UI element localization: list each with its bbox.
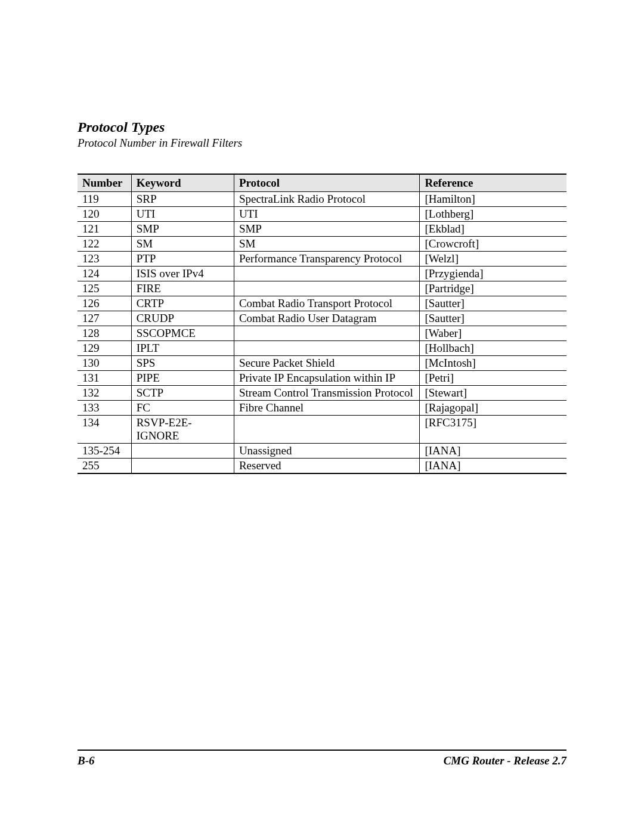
cell-keyword: CRUDP (131, 311, 234, 326)
cell-reference: [McIntosh] (420, 356, 566, 371)
cell-number: 126 (78, 296, 131, 311)
table-row: 133FCFibre Channel[Rajagopal] (78, 401, 566, 416)
cell-keyword (131, 459, 234, 474)
col-header-number: Number (78, 174, 131, 192)
table-row: 126CRTPCombat Radio Transport Protocol[S… (78, 296, 566, 311)
table-row: 123PTPPerformance Transparency Protocol[… (78, 252, 566, 267)
cell-keyword: ISIS over IPv4 (131, 267, 234, 281)
col-header-reference: Reference (420, 174, 566, 192)
cell-protocol: Secure Packet Shield (234, 356, 420, 371)
cell-number: 135-254 (78, 444, 131, 459)
col-header-protocol: Protocol (234, 174, 420, 192)
cell-protocol (234, 341, 420, 356)
table-row: 125FIRE[Partridge] (78, 281, 566, 296)
cell-protocol: Fibre Channel (234, 401, 420, 416)
cell-reference: [Petri] (420, 371, 566, 386)
table-row: 129IPLT[Hollbach] (78, 341, 566, 356)
table-header-row: Number Keyword Protocol Reference (78, 174, 566, 192)
table-row: 134RSVP-E2E-IGNORE[RFC3175] (78, 416, 566, 444)
cell-keyword: PIPE (131, 371, 234, 386)
cell-reference: [Partridge] (420, 281, 566, 296)
cell-reference: [Ekblad] (420, 222, 566, 237)
cell-reference: [IANA] (420, 459, 566, 474)
cell-number: 133 (78, 401, 131, 416)
section-title: Protocol Types (78, 119, 566, 135)
page-number: B-6 (78, 754, 95, 767)
cell-protocol (234, 267, 420, 281)
cell-reference: [Stewart] (420, 386, 566, 401)
cell-protocol: Reserved (234, 459, 420, 474)
cell-protocol: Unassigned (234, 444, 420, 459)
cell-keyword: SPS (131, 356, 234, 371)
cell-number: 131 (78, 371, 131, 386)
cell-number: 121 (78, 222, 131, 237)
cell-reference: [Crowcroft] (420, 237, 566, 252)
cell-keyword (131, 444, 234, 459)
table-row: 135-254Unassigned[IANA] (78, 444, 566, 459)
table-row: 124ISIS over IPv4[Przygienda] (78, 267, 566, 281)
cell-reference: [Rajagopal] (420, 401, 566, 416)
cell-number: 125 (78, 281, 131, 296)
cell-keyword: SSCOPMCE (131, 326, 234, 341)
cell-number: 255 (78, 459, 131, 474)
cell-number: 123 (78, 252, 131, 267)
cell-keyword: SRP (131, 192, 234, 207)
cell-keyword: SCTP (131, 386, 234, 401)
table-row: 120UTIUTI[Lothberg] (78, 207, 566, 222)
cell-reference: [Przygienda] (420, 267, 566, 281)
table-row: 127CRUDPCombat Radio User Datagram[Sautt… (78, 311, 566, 326)
cell-keyword: RSVP-E2E-IGNORE (131, 416, 234, 444)
cell-reference: [Waber] (420, 326, 566, 341)
cell-protocol (234, 326, 420, 341)
protocol-table: Number Keyword Protocol Reference 119SRP… (78, 174, 566, 474)
cell-number: 127 (78, 311, 131, 326)
cell-protocol: SMP (234, 222, 420, 237)
cell-keyword: CRTP (131, 296, 234, 311)
table-row: 255Reserved[IANA] (78, 459, 566, 474)
cell-number: 124 (78, 267, 131, 281)
cell-protocol: SpectraLink Radio Protocol (234, 192, 420, 207)
cell-number: 128 (78, 326, 131, 341)
table-row: 121SMPSMP[Ekblad] (78, 222, 566, 237)
doc-title: CMG Router - Release 2.7 (444, 754, 566, 767)
page-footer: B-6 CMG Router - Release 2.7 (78, 750, 566, 767)
cell-keyword: IPLT (131, 341, 234, 356)
cell-protocol: UTI (234, 207, 420, 222)
cell-keyword: FC (131, 401, 234, 416)
cell-reference: [Hollbach] (420, 341, 566, 356)
cell-reference: [IANA] (420, 444, 566, 459)
cell-number: 132 (78, 386, 131, 401)
cell-protocol (234, 416, 420, 444)
cell-protocol: SM (234, 237, 420, 252)
cell-number: 119 (78, 192, 131, 207)
cell-keyword: FIRE (131, 281, 234, 296)
cell-protocol (234, 281, 420, 296)
cell-reference: [Welzl] (420, 252, 566, 267)
cell-number: 122 (78, 237, 131, 252)
cell-reference: [Lothberg] (420, 207, 566, 222)
cell-protocol: Combat Radio User Datagram (234, 311, 420, 326)
cell-number: 129 (78, 341, 131, 356)
cell-protocol: Combat Radio Transport Protocol (234, 296, 420, 311)
cell-keyword: SM (131, 237, 234, 252)
cell-keyword: PTP (131, 252, 234, 267)
table-row: 122SMSM[Crowcroft] (78, 237, 566, 252)
table-row: 130SPSSecure Packet Shield[McIntosh] (78, 356, 566, 371)
cell-number: 134 (78, 416, 131, 444)
cell-reference: [Sautter] (420, 311, 566, 326)
col-header-keyword: Keyword (131, 174, 234, 192)
footer-rule (78, 750, 566, 751)
cell-reference: [Sautter] (420, 296, 566, 311)
cell-number: 120 (78, 207, 131, 222)
table-row: 132SCTPStream Control Transmission Proto… (78, 386, 566, 401)
cell-keyword: UTI (131, 207, 234, 222)
cell-number: 130 (78, 356, 131, 371)
section-subtitle: Protocol Number in Firewall Filters (78, 137, 566, 150)
table-row: 128SSCOPMCE[Waber] (78, 326, 566, 341)
cell-keyword: SMP (131, 222, 234, 237)
table-row: 131PIPEPrivate IP Encapsulation within I… (78, 371, 566, 386)
cell-reference: [Hamilton] (420, 192, 566, 207)
cell-protocol: Stream Control Transmission Protocol (234, 386, 420, 401)
table-row: 119SRPSpectraLink Radio Protocol[Hamilto… (78, 192, 566, 207)
cell-protocol: Private IP Encapsulation within IP (234, 371, 420, 386)
